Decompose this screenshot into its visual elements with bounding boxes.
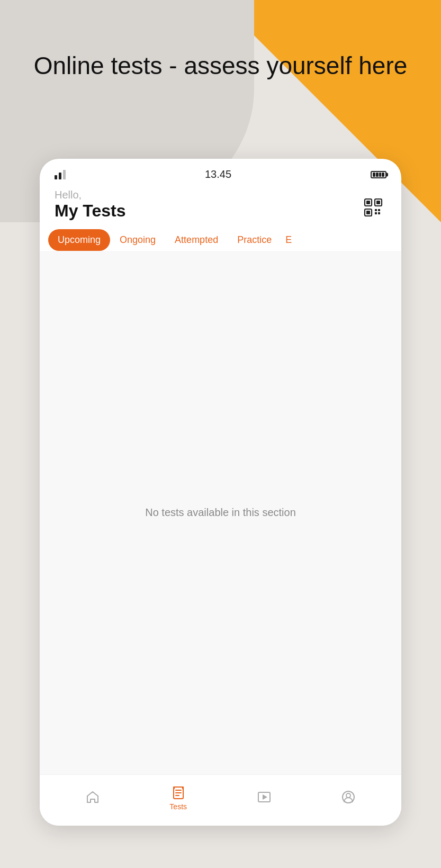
content-area: No tests available in this section — [40, 251, 401, 774]
empty-message: No tests available in this section — [145, 507, 296, 519]
svg-rect-8 — [375, 212, 377, 214]
greeting-hello: Hello, — [55, 189, 126, 201]
home-icon — [85, 790, 100, 804]
svg-point-19 — [346, 793, 350, 798]
nav-tests-label: Tests — [169, 802, 187, 811]
svg-marker-17 — [263, 794, 267, 800]
header-greeting: Hello, My Tests — [55, 189, 126, 221]
svg-rect-1 — [366, 201, 370, 204]
tabs-container: Upcoming Ongoing Attempted Practice E — [40, 229, 401, 251]
tab-upcoming[interactable]: Upcoming — [48, 229, 110, 251]
signal-icon — [55, 170, 66, 179]
phone-frame: 13.45 Hello, My Tests — [40, 159, 401, 826]
profile-icon — [341, 790, 356, 804]
battery-icon — [371, 171, 386, 178]
svg-rect-9 — [378, 212, 380, 214]
svg-rect-7 — [378, 209, 380, 211]
svg-rect-15 — [182, 786, 184, 789]
page-title: Online tests - assess yourself here — [0, 50, 441, 82]
signal-bar-2 — [59, 173, 61, 179]
status-bar: 13.45 — [40, 159, 401, 185]
nav-item-home[interactable] — [75, 788, 111, 809]
app-header: Hello, My Tests — [40, 185, 401, 229]
qr-icon — [364, 198, 383, 217]
nav-item-tests[interactable]: Tests — [159, 783, 197, 813]
tests-icon — [171, 785, 186, 800]
svg-rect-14 — [173, 786, 175, 789]
svg-rect-6 — [375, 209, 377, 211]
svg-rect-3 — [376, 201, 380, 204]
video-icon — [257, 790, 272, 804]
signal-bar-1 — [55, 175, 57, 179]
bottom-nav: Tests — [40, 774, 401, 826]
status-time: 13.45 — [205, 168, 231, 180]
tab-ongoing[interactable]: Ongoing — [110, 229, 165, 251]
tab-extra[interactable]: E — [281, 229, 296, 251]
greeting-title: My Tests — [55, 201, 126, 221]
svg-rect-5 — [366, 211, 370, 214]
battery-body — [371, 171, 386, 178]
nav-item-videos[interactable] — [246, 788, 282, 809]
qr-scan-button[interactable] — [360, 194, 386, 221]
tab-practice[interactable]: Practice — [228, 229, 281, 251]
nav-item-profile[interactable] — [330, 788, 366, 809]
tab-attempted[interactable]: Attempted — [165, 229, 228, 251]
signal-bar-3 — [63, 170, 66, 179]
